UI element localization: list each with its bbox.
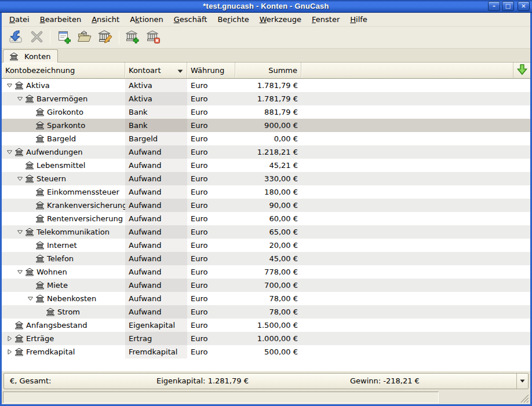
- titlebar[interactable]: *test.gnucash - Konten - GnuCash – □ ✕: [0, 0, 532, 13]
- row-filler: [301, 79, 530, 92]
- delete-account-button[interactable]: [143, 28, 164, 47]
- account-currency: Euro: [187, 92, 235, 105]
- menu-bearbeiten[interactable]: Bearbeiten: [35, 13, 86, 25]
- account-row-internet[interactable]: InternetAufwandEuro20,00 €: [2, 239, 530, 252]
- account-row-lebensmittel[interactable]: LebensmittelAufwandEuro45,21 €: [2, 159, 530, 172]
- expander-open-icon[interactable]: [26, 295, 34, 303]
- account-row-telekommunikation[interactable]: TelekommunikationAufwandEuro65,00 €: [2, 225, 530, 239]
- expander-open-icon[interactable]: [16, 228, 24, 236]
- menu-gesch-ft[interactable]: Geschäft: [169, 13, 213, 25]
- account-row-krankenversicherung[interactable]: KrankenversicherungAufwandEuro90,00 €: [2, 199, 530, 212]
- account-row-einkommenssteuer[interactable]: EinkommenssteuerAufwandEuro180,00 €: [2, 185, 530, 199]
- expander-spacer: [26, 108, 34, 116]
- expander-spacer: [37, 308, 45, 316]
- menu-werkzeuge[interactable]: Werkzeuge: [254, 13, 307, 25]
- delete-account-icon: [146, 30, 161, 46]
- account-total: 1.000,00 €: [235, 332, 301, 345]
- status-right-zone: [439, 392, 529, 403]
- account-row-steuern[interactable]: SteuernAufwandEuro330,00 €: [2, 172, 530, 185]
- account-row-aktiva[interactable]: AktivaAktivaEuro1.781,79 €: [2, 79, 530, 92]
- column-header-w-hrung[interactable]: Währung: [187, 63, 235, 78]
- account-total: 881,79 €: [235, 105, 301, 119]
- column-options-button[interactable]: [513, 63, 530, 78]
- menu-berichte[interactable]: Berichte: [212, 13, 254, 25]
- account-row-sparkonto[interactable]: SparkontoBankEuro900,00 €: [2, 119, 530, 132]
- menu-ansicht[interactable]: Ansicht: [86, 13, 125, 25]
- row-filler: [301, 105, 530, 119]
- account-row-wohnen[interactable]: WohnenAufwandEuro778,00 €: [2, 265, 530, 279]
- account-currency: Euro: [187, 279, 235, 292]
- account-row-fremdkapital[interactable]: FremdkapitalFremdkapitalEuro500,00 €: [2, 345, 530, 359]
- account-row-barverm-gen[interactable]: BarvermögenAktivaEuro1.781,79 €: [2, 92, 530, 105]
- resize-grip-icon[interactable]: [519, 393, 529, 403]
- column-header-label: Kontobezeichnung: [5, 66, 75, 75]
- status-bar: [2, 390, 530, 404]
- expander-open-icon[interactable]: [16, 268, 24, 276]
- account-name: Miete: [47, 281, 68, 290]
- minimize-button[interactable]: –: [488, 1, 500, 11]
- account-row-anfangsbestand[interactable]: AnfangsbestandEigenkapitalEuro1.500,00 €: [2, 319, 530, 332]
- account-currency: Euro: [187, 305, 235, 319]
- header-filler: [301, 63, 513, 78]
- account-name: Aufwendungen: [26, 148, 83, 156]
- account-row-rentenversicherung[interactable]: RentenversicherungAufwandEuro60,00 €: [2, 212, 530, 225]
- new-page-icon: [57, 30, 71, 46]
- tab-konten[interactable]: Konten: [3, 49, 58, 63]
- menu-fenster[interactable]: Fenster: [307, 13, 345, 25]
- account-currency: Euro: [187, 225, 235, 239]
- account-type: Bargeld: [125, 132, 187, 145]
- account-row-bargeld[interactable]: BargeldBargeldEuro0,00 €: [2, 132, 530, 145]
- open-account-button[interactable]: [74, 28, 95, 47]
- row-filler: [301, 252, 530, 265]
- account-total: 78,00 €: [235, 305, 301, 319]
- account-type: Aufwand: [125, 305, 187, 319]
- account-row-nebenkosten[interactable]: NebenkostenAufwandEuro78,00 €: [2, 292, 530, 305]
- column-header-kontoart[interactable]: Kontoart: [125, 63, 187, 78]
- account-total: 45,21 €: [235, 159, 301, 172]
- summary-bar: €, Gesamt:Eigenkapital: 1.281,79 €Gewinn…: [3, 373, 529, 389]
- column-header-summe[interactable]: Summe: [235, 63, 301, 78]
- bank-icon: [35, 281, 45, 290]
- row-filler: [301, 132, 530, 145]
- expander-open-icon[interactable]: [16, 175, 24, 183]
- summary-dropdown-button[interactable]: [516, 374, 528, 389]
- row-filler: [301, 332, 530, 345]
- save-button[interactable]: [5, 28, 26, 47]
- account-row-strom[interactable]: StromAufwandEuro78,00 €: [2, 305, 530, 319]
- account-currency: Euro: [187, 79, 235, 92]
- expander-closed-icon[interactable]: [5, 348, 13, 356]
- maximize-button[interactable]: □: [502, 1, 514, 11]
- account-row-girokonto[interactable]: GirokontoBankEuro881,79 €: [2, 105, 530, 119]
- menu-aktionen[interactable]: Aktionen: [125, 13, 169, 25]
- summary-item-2: Gewinn: -218,21 €: [350, 376, 420, 385]
- account-name: Internet: [47, 241, 77, 250]
- new-account-icon: [125, 30, 140, 46]
- expander-closed-icon[interactable]: [5, 335, 13, 343]
- account-total: 1.218,21 €: [235, 145, 301, 159]
- menu-hilfe[interactable]: Hilfe: [345, 13, 373, 25]
- close-button[interactable]: ✕: [518, 1, 530, 11]
- account-row-ertr-ge[interactable]: ErträgeErtragEuro1.000,00 €: [2, 332, 530, 345]
- expander-open-icon[interactable]: [16, 95, 24, 103]
- bank-icon: [9, 52, 19, 60]
- account-currency: Euro: [187, 199, 235, 212]
- account-name: Sparkonto: [47, 121, 85, 130]
- account-row-miete[interactable]: MieteAufwandEuro700,00 €: [2, 279, 530, 292]
- edit-account-button[interactable]: [95, 28, 116, 47]
- new-account-button[interactable]: [122, 28, 143, 47]
- account-row-telefon[interactable]: TelefonAufwandEuro45,00 €: [2, 252, 530, 265]
- account-type: Aufwand: [125, 212, 187, 225]
- menu-datei[interactable]: Datei: [4, 13, 35, 25]
- account-row-aufwendungen[interactable]: AufwendungenAufwandEuro1.218,21 €: [2, 145, 530, 159]
- toolbar-separator: [50, 31, 50, 45]
- new-page-button[interactable]: [53, 28, 74, 47]
- bank-icon: [35, 202, 45, 210]
- expander-open-icon[interactable]: [5, 148, 13, 156]
- account-type: Eigenkapital: [125, 319, 187, 332]
- account-total: 45,00 €: [235, 252, 301, 265]
- account-type: Aktiva: [125, 92, 187, 105]
- account-total: 60,00 €: [235, 212, 301, 225]
- account-total: 78,00 €: [235, 292, 301, 305]
- column-header-kontobezeichnung[interactable]: Kontobezeichnung: [2, 63, 125, 78]
- expander-open-icon[interactable]: [5, 82, 13, 90]
